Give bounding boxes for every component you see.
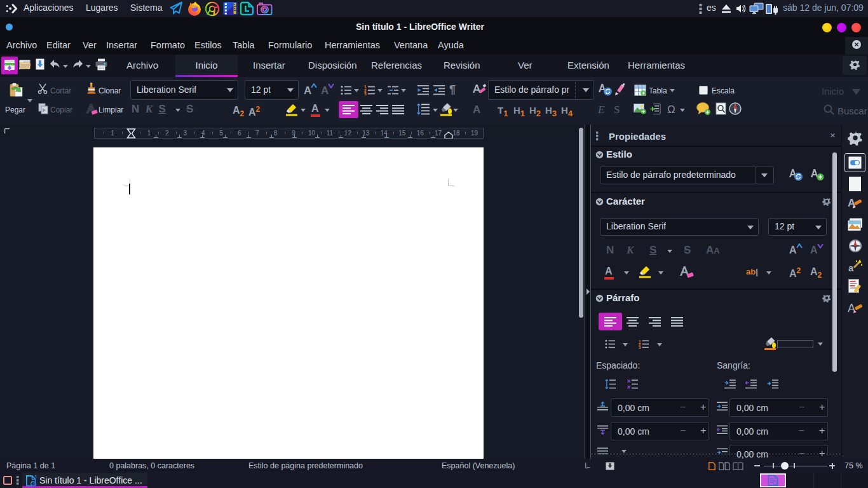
svg-text:3: 3 bbox=[364, 92, 367, 95]
svg-text:a: a bbox=[848, 262, 854, 273]
svg-text:3: 3 bbox=[639, 345, 641, 349]
